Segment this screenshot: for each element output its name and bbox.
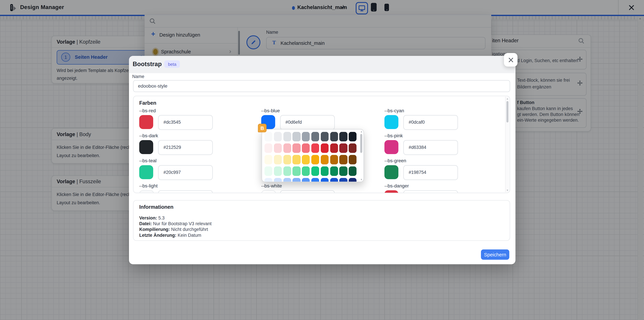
color-var-label: --bs-blue [261, 108, 280, 113]
save-button[interactable]: Speichern [481, 249, 509, 260]
scrollbar-thumb[interactable] [360, 134, 362, 153]
color-field-bs-light: --bs-light [139, 183, 254, 193]
palette-swatch[interactable] [264, 178, 272, 182]
color-field-bs-teal: --bs-teal #20c997 [139, 158, 254, 181]
palette-swatch[interactable] [274, 155, 282, 164]
info-row-datei: Datei: Nur für Bootstrap V3 relevant [139, 221, 212, 226]
palette-swatch[interactable] [274, 132, 282, 141]
color-swatch[interactable] [384, 190, 398, 193]
color-var-label: --bs-green [384, 158, 406, 163]
palette-swatch[interactable] [302, 132, 310, 141]
palette-swatch[interactable] [330, 166, 338, 176]
palette-swatch[interactable] [340, 155, 347, 164]
palette-swatch[interactable] [293, 178, 300, 182]
scroll-up-icon[interactable]: ▲ [360, 130, 363, 133]
palette-swatch[interactable] [293, 132, 300, 141]
color-var-label: --bs-white [261, 183, 282, 188]
picker-scrollbar[interactable]: ▲ ▼ [360, 130, 362, 181]
color-swatch[interactable] [384, 140, 398, 154]
palette-swatch[interactable] [311, 178, 319, 182]
palette-swatch[interactable] [330, 132, 338, 141]
palette-swatch[interactable] [311, 143, 319, 153]
color-picker-popup: ▲ ▼ [262, 129, 364, 182]
color-swatch[interactable] [139, 115, 153, 129]
palette-swatch[interactable] [311, 132, 319, 141]
palette-swatch[interactable] [274, 178, 282, 182]
color-swatch[interactable] [261, 190, 276, 193]
palette-swatch[interactable] [264, 132, 272, 141]
palette-swatch[interactable] [283, 155, 291, 164]
color-field-bs-green: --bs-green #198754 [384, 158, 500, 181]
farben-title: Farben [139, 100, 156, 106]
color-hex-input[interactable]: #0d6efd [280, 115, 335, 130]
palette-swatch[interactable] [311, 166, 319, 176]
modal-title: Bootstrap [133, 60, 162, 68]
palette-swatch[interactable] [264, 155, 272, 164]
palette-swatch[interactable] [330, 155, 338, 164]
palette-swatch[interactable] [340, 178, 347, 182]
color-swatch[interactable] [139, 165, 153, 179]
color-hex-value: #212529 [164, 145, 181, 150]
palette-swatch[interactable] [283, 166, 291, 176]
palette-swatch[interactable] [340, 132, 347, 141]
color-hex-input[interactable]: #20c997 [158, 165, 213, 180]
color-field-bs-pink: --bs-pink #d63384 [384, 133, 500, 156]
info-value: 5.3 [157, 215, 165, 220]
color-swatch[interactable] [139, 140, 153, 154]
palette-swatch[interactable] [274, 143, 282, 153]
palette-swatch[interactable] [302, 155, 310, 164]
modal-close-button[interactable] [504, 53, 518, 67]
palette-swatch[interactable] [349, 155, 357, 164]
palette-swatch[interactable] [321, 166, 328, 176]
palette-swatch[interactable] [293, 166, 300, 176]
scroll-up-icon[interactable]: ▲ [506, 97, 509, 100]
palette-swatch[interactable] [283, 132, 291, 141]
color-var-label: --bs-pink [384, 133, 403, 138]
palette-swatch[interactable] [321, 178, 328, 182]
color-swatch[interactable] [384, 165, 398, 179]
palette-swatch[interactable] [302, 178, 310, 182]
color-swatch[interactable] [384, 115, 398, 129]
palette-swatch[interactable] [349, 178, 357, 182]
palette-swatch[interactable] [349, 143, 357, 153]
palette-swatch[interactable] [321, 143, 328, 153]
palette-swatch[interactable] [293, 143, 300, 153]
palette-swatch[interactable] [340, 143, 347, 153]
palette-swatch[interactable] [283, 143, 291, 153]
palette-swatch[interactable] [274, 166, 282, 176]
color-swatch[interactable] [139, 190, 154, 193]
palette-swatch[interactable] [321, 155, 328, 164]
palette-swatch[interactable] [283, 178, 291, 182]
scroll-down-icon[interactable]: ▼ [506, 189, 509, 192]
palette-swatch[interactable] [330, 143, 338, 153]
palette-swatch[interactable] [264, 143, 272, 153]
color-hex-input[interactable]: #198754 [403, 165, 458, 180]
color-hex-input[interactable] [403, 190, 458, 193]
info-label: Version: [139, 215, 157, 220]
style-name-value: edoobox-style [138, 83, 167, 88]
color-hex-value: #198754 [409, 170, 426, 175]
farben-scrollbar[interactable]: ▲ ▼ [505, 97, 509, 192]
color-hex-input[interactable] [158, 190, 213, 193]
scrollbar-thumb[interactable] [506, 101, 508, 122]
palette-swatch[interactable] [302, 143, 310, 153]
palette-swatch[interactable] [349, 166, 357, 176]
palette-swatch[interactable] [330, 178, 338, 182]
design-manager-screen: ▲ Vorlage | Kopfzeile 1 Seiten Header Wi… [0, 0, 644, 320]
palette-swatch[interactable] [349, 132, 357, 141]
palette-swatch[interactable] [321, 132, 328, 141]
palette-swatch[interactable] [340, 166, 347, 176]
color-var-label: --bs-dark [139, 133, 158, 138]
color-hex-input[interactable] [280, 190, 335, 193]
style-name-input[interactable]: edoobox-style [133, 80, 510, 92]
palette-swatch[interactable] [293, 155, 300, 164]
color-hex-input[interactable]: #0dcaf0 [403, 115, 458, 130]
palette-swatch[interactable] [311, 155, 319, 164]
scroll-down-icon[interactable]: ▼ [360, 178, 363, 181]
palette-swatch[interactable] [264, 166, 272, 176]
palette-swatch[interactable] [302, 166, 310, 176]
color-hex-input[interactable]: #212529 [158, 140, 213, 155]
color-hex-input[interactable]: #d63384 [403, 140, 458, 155]
color-hex-input[interactable]: #dc3545 [158, 115, 213, 130]
collaborator-cursor-badge: B [258, 124, 266, 132]
